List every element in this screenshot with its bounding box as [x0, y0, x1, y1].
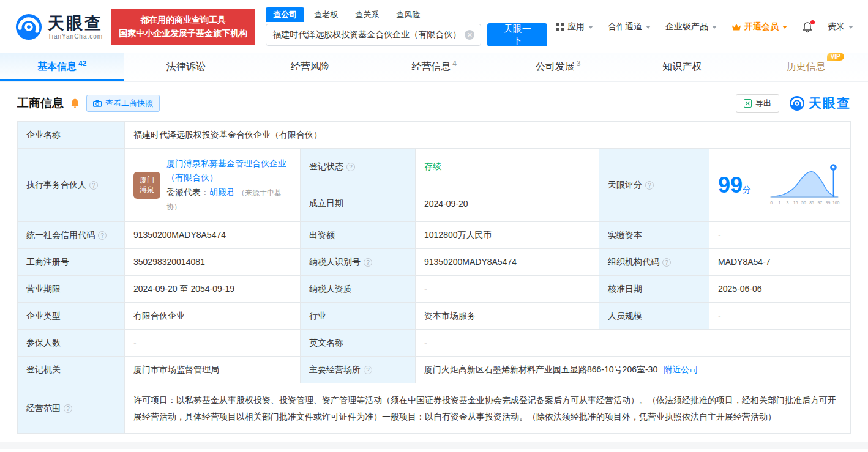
apps-grid-icon	[556, 23, 564, 31]
nav-apps[interactable]: 应用	[556, 21, 593, 32]
taxpayer-quality-label: 纳税人资质	[301, 276, 416, 302]
help-icon[interactable]	[89, 181, 98, 190]
nav-partner-channel[interactable]: 合作通道	[608, 21, 651, 32]
subscribe-bell-icon[interactable]	[70, 98, 80, 109]
org-code-value: MADY8A54-7	[709, 249, 850, 275]
registration-status-value: 存续	[416, 149, 599, 185]
tab-development-label: 公司发展	[536, 61, 575, 73]
business-info-table: 企业名称 福建时代泽远股权投资基金合伙企业（有限合伙） 执行事务合伙人 厦门 溥…	[17, 121, 851, 434]
score-label: 天眼评分	[599, 149, 709, 221]
business-scope-label: 经营范围	[18, 383, 125, 433]
section-header: 工商信息 查看工商快照 导出	[0, 82, 868, 121]
rep-name-link[interactable]: 胡殿君	[209, 187, 235, 197]
registration-status-label: 登记状态	[301, 149, 416, 185]
table-row: 登记机关 厦门市市场监督管理局 主要经营场所 厦门火炬高新区石墨烯新材料产业园五…	[18, 357, 850, 383]
taxpayer-id-label: 纳税人识别号	[301, 249, 416, 275]
nav-apps-label: 应用	[567, 21, 585, 32]
brand-logo-icon	[789, 95, 805, 111]
reg-authority-value: 厦门市市场监督管理局	[125, 357, 301, 383]
address-text: 厦门火炬高新区石墨烯新材料产业园五显路866-10号206室-30	[424, 363, 657, 376]
snapshot-button[interactable]: 查看工商快照	[86, 95, 160, 112]
tab-company-development[interactable]: 公司发展 3	[496, 53, 620, 81]
tab-operating-risk[interactable]: 经营风险	[248, 53, 372, 81]
insured-count-value: -	[125, 330, 301, 356]
help-icon[interactable]	[346, 163, 355, 171]
svg-text:3: 3	[787, 200, 789, 204]
help-icon[interactable]	[98, 231, 107, 240]
table-row: 营业期限 2024-09-20 至 2054-09-19 纳税人资质 - 核准日…	[18, 276, 850, 303]
table-row: 登记状态 存续	[301, 149, 599, 185]
search-area: 查公司 查老板 查关系 查风险 ✕ 天眼一下	[266, 7, 547, 46]
company-name-value: 福建时代泽远股权投资基金合伙企业（有限合伙）	[125, 122, 850, 148]
search-box: ✕	[266, 24, 481, 46]
svg-text:85: 85	[809, 200, 814, 204]
svg-text:97: 97	[817, 200, 822, 204]
taxpayer-quality-value: -	[416, 276, 599, 302]
tab-intellectual-property[interactable]: 知识产权	[620, 53, 744, 81]
tab-ip-label: 知识产权	[662, 61, 702, 73]
capital-value: 1012800万人民币	[416, 222, 599, 248]
tab-operating-count: 4	[452, 59, 457, 68]
notification-dot	[810, 20, 815, 24]
nav-enterprise-label: 企业级产品	[665, 21, 708, 32]
search-tab-relation[interactable]: 查关系	[348, 7, 386, 22]
export-button[interactable]: 导出	[736, 94, 779, 113]
notification-bell[interactable]	[802, 21, 813, 33]
export-button-label: 导出	[755, 98, 771, 109]
credit-code-value: 91350200MADY8A5474	[125, 222, 301, 248]
brand-watermark: 天眼查	[789, 95, 851, 112]
table-row: 执行事务合伙人 厦门 溥泉 厦门溥泉私募基金管理合伙企业（有限合伙） 委派代表：…	[18, 149, 850, 222]
business-term-label: 营业期限	[18, 276, 125, 302]
search-tab-risk[interactable]: 查风险	[389, 7, 427, 22]
address-label: 主要经营场所	[301, 357, 416, 383]
staff-size-label: 人员规模	[599, 303, 709, 329]
company-avatar[interactable]: 厦门 溥泉	[133, 172, 160, 199]
partner-company-link[interactable]: 厦门溥泉私募基金管理合伙企业（有限合伙）	[166, 158, 286, 182]
address-value: 厦门火炬高新区石墨烯新材料产业园五显路866-10号206室-30 附近公司	[416, 357, 850, 383]
search-tab-company[interactable]: 查公司	[266, 7, 304, 22]
logo-subtitle: TianYanCha.com	[48, 33, 103, 40]
tab-operating-info[interactable]: 经营信息 4	[372, 53, 496, 81]
help-icon[interactable]	[662, 258, 671, 267]
approval-date-label: 核准日期	[599, 276, 709, 302]
tab-legal-label: 法律诉讼	[166, 61, 206, 73]
score-number: 99分	[718, 174, 751, 196]
reg-number-value: 350298320014081	[125, 249, 301, 275]
tianyancha-logo-icon	[15, 13, 43, 41]
chevron-down-icon	[588, 26, 593, 29]
camera-icon	[93, 100, 102, 107]
nav-user[interactable]: 费米	[828, 21, 853, 32]
score-chart: 0 1 3 15 50 85 97 99 100	[768, 162, 842, 209]
promo-banner-line1: 都在用的商业查询工具	[119, 13, 247, 27]
english-name-value: -	[416, 330, 850, 356]
logo-title: 天眼查	[48, 14, 103, 33]
business-scope-value: 许可项目：以私募基金从事股权投资、投资管理、资产管理等活动（须在中国证券投资基金…	[125, 383, 850, 433]
nav-open-vip[interactable]: 开通会员	[731, 21, 787, 32]
svg-text:100: 100	[832, 200, 840, 204]
help-icon[interactable]	[364, 258, 372, 267]
search-input[interactable]	[272, 30, 465, 40]
tab-history-info[interactable]: 历史信息 VIP	[744, 53, 868, 81]
insured-count-label: 参保人数	[18, 330, 125, 356]
tianyancha-logo[interactable]: 天眼查 TianYanCha.com	[15, 13, 103, 41]
search-button[interactable]: 天眼一下	[487, 23, 547, 46]
nearby-companies-link[interactable]: 附近公司	[664, 363, 698, 376]
search-tab-boss[interactable]: 查老板	[307, 7, 345, 22]
table-row: 工商注册号 350298320014081 纳税人识别号 91350200MAD…	[18, 249, 850, 276]
tab-basic-info[interactable]: 基本信息 42	[0, 53, 124, 81]
svg-text:0: 0	[770, 200, 773, 204]
help-icon[interactable]	[364, 366, 372, 374]
industry-label: 行业	[301, 303, 416, 329]
footer-strip	[0, 442, 868, 449]
credit-code-label: 统一社会信用代码	[18, 222, 125, 248]
help-icon[interactable]	[645, 181, 654, 190]
promo-banner-line2: 国家中小企业发展子基金旗下机构	[119, 27, 247, 40]
snapshot-button-label: 查看工商快照	[105, 98, 153, 109]
business-term-value: 2024-09-20 至 2054-09-19	[125, 276, 301, 302]
svg-text:99: 99	[826, 200, 831, 204]
clear-icon[interactable]: ✕	[465, 30, 474, 40]
help-icon[interactable]	[64, 404, 72, 413]
tab-legal[interactable]: 法律诉讼	[124, 53, 249, 81]
nav-enterprise-products[interactable]: 企业级产品	[665, 21, 717, 32]
export-icon	[744, 99, 752, 108]
